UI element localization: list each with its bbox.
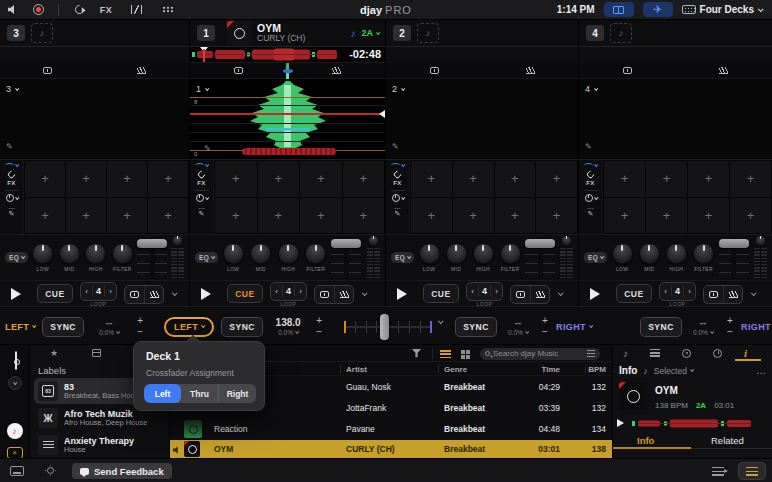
deck-1-waveform-zone[interactable]: 1 8 0 ✎	[190, 79, 385, 160]
tempo-stepper[interactable]: +−	[134, 317, 146, 336]
loop-increase[interactable]: ›	[491, 287, 502, 296]
key-label[interactable]: 2A	[361, 28, 379, 38]
bounce-loop-icon[interactable]	[43, 67, 52, 74]
fader-handle[interactable]	[137, 239, 167, 248]
filter-knob[interactable]	[305, 243, 326, 264]
neural-mix-icon[interactable]	[332, 67, 341, 74]
fx-rail-label[interactable]: FX	[197, 180, 205, 186]
fx-rail-label[interactable]: FX	[7, 180, 15, 186]
high-knob[interactable]	[473, 243, 494, 264]
bounce-loop-icon[interactable]	[623, 67, 632, 74]
col-artist[interactable]: Artist	[346, 365, 367, 374]
gain-knob[interactable]	[755, 235, 766, 246]
volume-fader[interactable]	[525, 237, 555, 279]
loop-increase[interactable]: ›	[684, 287, 695, 296]
eq-mode-button[interactable]: EQ	[391, 252, 414, 263]
hot-cue-pad[interactable]	[66, 198, 106, 234]
transport-more-chevron[interactable]	[172, 290, 178, 296]
automix-icon[interactable]	[121, 0, 151, 20]
hot-cue-pad[interactable]	[688, 161, 729, 197]
tempo-stepper[interactable]: +−	[724, 317, 736, 336]
edit-rail-icon[interactable]: ✎	[588, 210, 594, 218]
queue-icon[interactable]	[712, 467, 724, 476]
hot-cue-pad[interactable]	[215, 161, 257, 197]
hot-cue-pad[interactable]	[300, 198, 342, 234]
cue-button[interactable]: CUE	[227, 284, 263, 303]
bounce-loop-icon[interactable]	[430, 67, 439, 74]
queue-tab-icon[interactable]	[650, 349, 660, 357]
hot-cue-pad[interactable]	[343, 161, 385, 197]
edit-beatgrid-icon[interactable]: ✎	[6, 142, 13, 151]
gain-knob[interactable]	[172, 235, 183, 246]
low-knob[interactable]	[32, 243, 53, 264]
hot-cue-pad[interactable]	[536, 161, 577, 197]
sync-button[interactable]: SYNC	[42, 317, 84, 337]
subtab-info[interactable]: Info	[637, 435, 654, 446]
dial-rail-icon[interactable]	[6, 194, 18, 202]
low-knob[interactable]	[419, 243, 440, 264]
scratch-tool-icon[interactable]	[723, 286, 742, 303]
hot-cue-pad[interactable]	[604, 198, 645, 234]
deck-2-waveform-zone[interactable]: 2 ✎	[386, 79, 578, 160]
bounce-tool-icon[interactable]	[704, 286, 723, 303]
sync-button[interactable]: SYNC	[640, 317, 682, 337]
hot-cue-pad[interactable]	[495, 161, 536, 197]
tempo-stepper[interactable]: +−	[313, 317, 325, 336]
deck-2-wave-label[interactable]: 2	[392, 84, 404, 94]
sync-button[interactable]: SYNC	[221, 317, 263, 337]
track-row-playing[interactable]: OYM CURLY (CH) Breakbeat 03:01 138	[170, 440, 612, 458]
cue-button[interactable]: CUE	[423, 284, 459, 303]
dial-rail-icon[interactable]	[392, 194, 404, 202]
hot-cue-pad[interactable]	[411, 161, 452, 197]
hot-cue-pad[interactable]	[604, 161, 645, 197]
hot-cue-pad[interactable]	[107, 161, 147, 197]
wave-fx-icon[interactable]	[391, 163, 404, 168]
deck-1-wave-label[interactable]: 1	[196, 84, 208, 94]
assign-option-right[interactable]: Right	[218, 384, 256, 403]
loop-length[interactable]: 4	[282, 286, 295, 296]
deck-3-waveform-zone[interactable]: 3 ✎	[0, 79, 189, 160]
col-time[interactable]: Time	[522, 365, 560, 374]
hot-cue-pad[interactable]	[258, 161, 300, 197]
loop-length[interactable]: 4	[671, 286, 684, 296]
crossfader-assign-deck4[interactable]: RIGHT	[741, 322, 772, 332]
bounce-tool-icon[interactable]	[315, 286, 334, 303]
source-expand-button[interactable]	[8, 376, 22, 390]
tempo-readout[interactable]: --0.0%	[91, 317, 127, 337]
transport-more-chevron[interactable]	[362, 290, 368, 296]
brightness-icon[interactable]	[47, 467, 54, 474]
more-rail-icon[interactable]: …	[8, 205, 15, 208]
volume-fader[interactable]	[137, 237, 167, 279]
dial-rail-icon[interactable]	[585, 194, 597, 202]
hot-cue-pad[interactable]	[66, 161, 106, 197]
volume-fader[interactable]	[331, 237, 361, 279]
edit-beatgrid-icon[interactable]: ✎	[204, 144, 211, 153]
mid-knob[interactable]	[446, 243, 467, 264]
wave-fx-icon[interactable]	[5, 163, 18, 168]
fader-handle[interactable]	[719, 239, 749, 248]
hot-cue-pad[interactable]	[730, 161, 771, 197]
favorites-tab-icon[interactable]: ★	[50, 348, 58, 358]
hot-cue-pad[interactable]	[411, 198, 452, 234]
loop-decrease[interactable]: ‹	[271, 287, 282, 296]
col-genre[interactable]: Genre	[444, 365, 467, 374]
hot-cue-pad[interactable]	[148, 161, 188, 197]
volume-fader[interactable]	[719, 237, 749, 279]
grid-view-icon[interactable]	[151, 0, 183, 20]
more-rail-icon[interactable]: …	[587, 205, 594, 208]
album-tab-icon[interactable]	[682, 349, 691, 358]
scratch-tool-icon[interactable]	[144, 286, 163, 303]
deck-4-wave-label[interactable]: 4	[585, 84, 597, 94]
edit-beatgrid-icon[interactable]: ✎	[392, 142, 399, 151]
filter-funnel-icon[interactable]	[412, 349, 421, 358]
subtab-related[interactable]: Related	[711, 435, 744, 446]
fader-handle[interactable]	[525, 239, 555, 248]
hot-cue-pad[interactable]	[730, 198, 771, 234]
more-rail-icon[interactable]: …	[198, 205, 205, 208]
loop-rail-icon[interactable]	[7, 169, 17, 179]
tempo-readout[interactable]: --0.0%	[502, 317, 534, 337]
hot-cue-pad[interactable]	[495, 198, 536, 234]
mid-knob[interactable]	[639, 243, 660, 264]
hot-cue-pad[interactable]	[646, 198, 687, 234]
tracks-tab-icon[interactable]: ♪	[623, 348, 628, 359]
